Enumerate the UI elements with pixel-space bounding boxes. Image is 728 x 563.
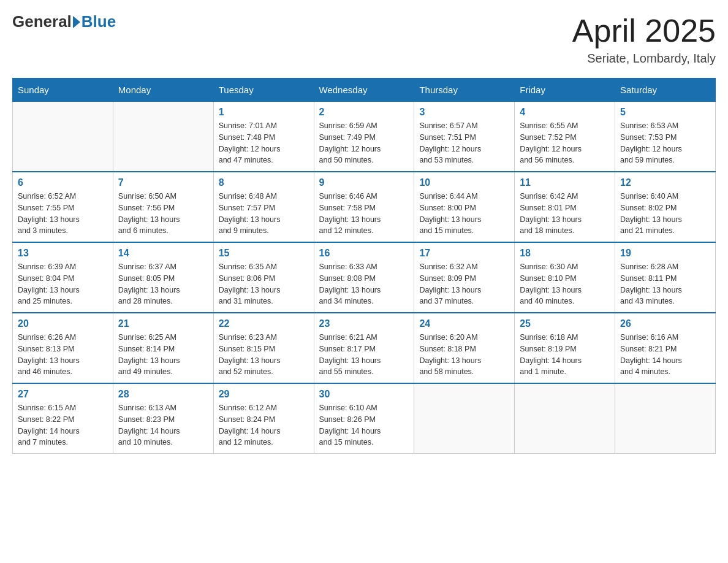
day-number: 9 — [319, 177, 409, 188]
header-sunday: Sunday — [13, 79, 113, 102]
calendar-cell: 26Sunrise: 6:16 AM Sunset: 8:21 PM Dayli… — [615, 313, 716, 383]
day-number: 24 — [419, 318, 509, 329]
calendar-cell: 18Sunrise: 6:30 AM Sunset: 8:10 PM Dayli… — [515, 242, 615, 313]
day-number: 2 — [319, 107, 409, 118]
day-number: 14 — [118, 248, 208, 259]
calendar-cell: 27Sunrise: 6:15 AM Sunset: 8:22 PM Dayli… — [13, 383, 113, 454]
day-info: Sunrise: 6:44 AM Sunset: 8:00 PM Dayligh… — [419, 191, 509, 237]
day-info: Sunrise: 6:25 AM Sunset: 8:14 PM Dayligh… — [118, 332, 208, 378]
logo-arrow-icon — [73, 16, 80, 28]
calendar-cell: 15Sunrise: 6:35 AM Sunset: 8:06 PM Dayli… — [213, 242, 314, 313]
day-info: Sunrise: 6:35 AM Sunset: 8:06 PM Dayligh… — [219, 261, 309, 307]
calendar-cell: 16Sunrise: 6:33 AM Sunset: 8:08 PM Dayli… — [314, 242, 414, 313]
day-info: Sunrise: 6:50 AM Sunset: 7:56 PM Dayligh… — [118, 191, 208, 237]
calendar-cell — [515, 383, 615, 454]
logo-blue-text: Blue — [82, 12, 116, 31]
day-number: 26 — [620, 318, 710, 329]
calendar-cell: 12Sunrise: 6:40 AM Sunset: 8:02 PM Dayli… — [615, 172, 716, 242]
day-info: Sunrise: 6:20 AM Sunset: 8:18 PM Dayligh… — [419, 332, 509, 378]
header-wednesday: Wednesday — [314, 79, 414, 102]
title-area: April 2025 Seriate, Lombardy, Italy — [572, 12, 716, 66]
day-info: Sunrise: 6:55 AM Sunset: 7:52 PM Dayligh… — [520, 120, 610, 166]
calendar-week-3: 13Sunrise: 6:39 AM Sunset: 8:04 PM Dayli… — [13, 242, 716, 313]
header-monday: Monday — [113, 79, 213, 102]
calendar-cell: 30Sunrise: 6:10 AM Sunset: 8:26 PM Dayli… — [314, 383, 414, 454]
day-info: Sunrise: 6:28 AM Sunset: 8:11 PM Dayligh… — [620, 261, 710, 307]
day-info: Sunrise: 6:33 AM Sunset: 8:08 PM Dayligh… — [319, 261, 409, 307]
calendar-week-2: 6Sunrise: 6:52 AM Sunset: 7:55 PM Daylig… — [13, 172, 716, 242]
day-number: 6 — [18, 177, 108, 188]
day-number: 11 — [520, 177, 610, 188]
calendar-table: Sunday Monday Tuesday Wednesday Thursday… — [12, 78, 716, 454]
day-number: 30 — [319, 389, 409, 400]
day-number: 23 — [319, 318, 409, 329]
calendar-cell: 7Sunrise: 6:50 AM Sunset: 7:56 PM Daylig… — [113, 172, 213, 242]
day-number: 18 — [520, 248, 610, 259]
calendar-week-5: 27Sunrise: 6:15 AM Sunset: 8:22 PM Dayli… — [13, 383, 716, 454]
calendar-cell: 29Sunrise: 6:12 AM Sunset: 8:24 PM Dayli… — [213, 383, 314, 454]
month-title: April 2025 — [572, 12, 716, 49]
calendar-cell: 21Sunrise: 6:25 AM Sunset: 8:14 PM Dayli… — [113, 313, 213, 383]
calendar-cell — [414, 383, 515, 454]
day-info: Sunrise: 6:42 AM Sunset: 8:01 PM Dayligh… — [520, 191, 610, 237]
day-info: Sunrise: 6:18 AM Sunset: 8:19 PM Dayligh… — [520, 332, 610, 378]
day-number: 13 — [18, 248, 108, 259]
day-info: Sunrise: 6:46 AM Sunset: 7:58 PM Dayligh… — [319, 191, 409, 237]
calendar-cell: 20Sunrise: 6:26 AM Sunset: 8:13 PM Dayli… — [13, 313, 113, 383]
header-thursday: Thursday — [414, 79, 515, 102]
page-header: General Blue April 2025 Seriate, Lombard… — [12, 12, 716, 66]
calendar-cell: 22Sunrise: 6:23 AM Sunset: 8:15 PM Dayli… — [213, 313, 314, 383]
calendar-cell: 9Sunrise: 6:46 AM Sunset: 7:58 PM Daylig… — [314, 172, 414, 242]
day-number: 3 — [419, 107, 509, 118]
day-number: 10 — [419, 177, 509, 188]
day-number: 29 — [219, 389, 309, 400]
calendar-cell: 23Sunrise: 6:21 AM Sunset: 8:17 PM Dayli… — [314, 313, 414, 383]
calendar-cell: 8Sunrise: 6:48 AM Sunset: 7:57 PM Daylig… — [213, 172, 314, 242]
day-number: 16 — [319, 248, 409, 259]
header-tuesday: Tuesday — [213, 79, 314, 102]
day-number: 7 — [118, 177, 208, 188]
day-number: 15 — [219, 248, 309, 259]
day-info: Sunrise: 6:15 AM Sunset: 8:22 PM Dayligh… — [18, 402, 108, 448]
day-info: Sunrise: 6:48 AM Sunset: 7:57 PM Dayligh… — [219, 191, 309, 237]
calendar-cell: 2Sunrise: 6:59 AM Sunset: 7:49 PM Daylig… — [314, 102, 414, 172]
day-info: Sunrise: 6:10 AM Sunset: 8:26 PM Dayligh… — [319, 402, 409, 448]
calendar-cell: 17Sunrise: 6:32 AM Sunset: 8:09 PM Dayli… — [414, 242, 515, 313]
calendar-cell: 1Sunrise: 7:01 AM Sunset: 7:48 PM Daylig… — [213, 102, 314, 172]
day-info: Sunrise: 6:16 AM Sunset: 8:21 PM Dayligh… — [620, 332, 710, 378]
day-info: Sunrise: 6:30 AM Sunset: 8:10 PM Dayligh… — [520, 261, 610, 307]
calendar-cell — [615, 383, 716, 454]
day-info: Sunrise: 6:40 AM Sunset: 8:02 PM Dayligh… — [620, 191, 710, 237]
day-info: Sunrise: 6:32 AM Sunset: 8:09 PM Dayligh… — [419, 261, 509, 307]
calendar-cell: 25Sunrise: 6:18 AM Sunset: 8:19 PM Dayli… — [515, 313, 615, 383]
calendar-cell: 14Sunrise: 6:37 AM Sunset: 8:05 PM Dayli… — [113, 242, 213, 313]
calendar-week-4: 20Sunrise: 6:26 AM Sunset: 8:13 PM Dayli… — [13, 313, 716, 383]
calendar-week-1: 1Sunrise: 7:01 AM Sunset: 7:48 PM Daylig… — [13, 102, 716, 172]
logo-general-text: General — [12, 12, 72, 31]
day-number: 4 — [520, 107, 610, 118]
calendar-cell: 10Sunrise: 6:44 AM Sunset: 8:00 PM Dayli… — [414, 172, 515, 242]
calendar-cell: 6Sunrise: 6:52 AM Sunset: 7:55 PM Daylig… — [13, 172, 113, 242]
day-number: 8 — [219, 177, 309, 188]
day-number: 12 — [620, 177, 710, 188]
calendar-cell: 24Sunrise: 6:20 AM Sunset: 8:18 PM Dayli… — [414, 313, 515, 383]
calendar-cell: 28Sunrise: 6:13 AM Sunset: 8:23 PM Dayli… — [113, 383, 213, 454]
calendar-cell: 13Sunrise: 6:39 AM Sunset: 8:04 PM Dayli… — [13, 242, 113, 313]
day-info: Sunrise: 6:57 AM Sunset: 7:51 PM Dayligh… — [419, 120, 509, 166]
day-info: Sunrise: 6:59 AM Sunset: 7:49 PM Dayligh… — [319, 120, 409, 166]
day-info: Sunrise: 6:12 AM Sunset: 8:24 PM Dayligh… — [219, 402, 309, 448]
day-info: Sunrise: 6:37 AM Sunset: 8:05 PM Dayligh… — [118, 261, 208, 307]
day-number: 5 — [620, 107, 710, 118]
day-number: 28 — [118, 389, 208, 400]
day-number: 22 — [219, 318, 309, 329]
day-info: Sunrise: 6:23 AM Sunset: 8:15 PM Dayligh… — [219, 332, 309, 378]
day-number: 19 — [620, 248, 710, 259]
day-info: Sunrise: 7:01 AM Sunset: 7:48 PM Dayligh… — [219, 120, 309, 166]
calendar-cell: 5Sunrise: 6:53 AM Sunset: 7:53 PM Daylig… — [615, 102, 716, 172]
day-info: Sunrise: 6:39 AM Sunset: 8:04 PM Dayligh… — [18, 261, 108, 307]
day-number: 20 — [18, 318, 108, 329]
calendar-cell: 11Sunrise: 6:42 AM Sunset: 8:01 PM Dayli… — [515, 172, 615, 242]
calendar-cell: 4Sunrise: 6:55 AM Sunset: 7:52 PM Daylig… — [515, 102, 615, 172]
day-number: 17 — [419, 248, 509, 259]
day-info: Sunrise: 6:26 AM Sunset: 8:13 PM Dayligh… — [18, 332, 108, 378]
